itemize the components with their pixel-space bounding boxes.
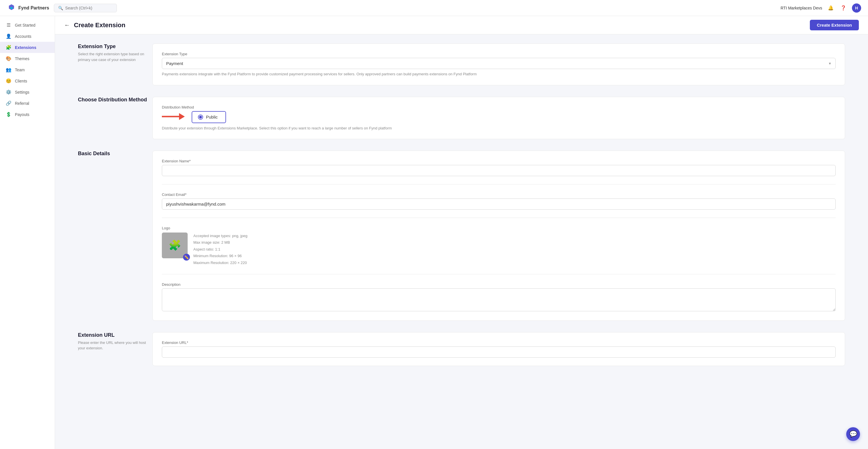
sidebar-item-accounts[interactable]: 👤 Accounts — [0, 31, 55, 42]
team-icon: 👥 — [6, 67, 11, 72]
logo-text: Fynd Partners — [18, 5, 49, 10]
sidebar-item-label: Settings — [15, 90, 30, 95]
extension-type-helper-text: Payments extensions integrate with the F… — [162, 71, 836, 77]
themes-icon: 🎨 — [6, 56, 11, 61]
extension-url-input[interactable] — [162, 347, 836, 358]
main-layout: ☰ Get Started 👤 Accounts 🧩 Extensions 🎨 … — [0, 16, 868, 449]
notification-icon[interactable]: 🔔 — [827, 4, 835, 12]
get-started-icon: ☰ — [6, 22, 11, 28]
red-arrow-indicator — [162, 111, 185, 123]
distribution-content: Distribution Method — [152, 97, 845, 139]
description-label: Description — [162, 282, 836, 287]
extension-url-description: Please enter the URL where you will host… — [78, 340, 152, 351]
logo-info-line2: Max image size: 2 MB — [193, 239, 248, 246]
accounts-icon: 👤 — [6, 33, 11, 39]
create-extension-button[interactable]: Create Extension — [810, 20, 859, 30]
public-radio-circle — [198, 115, 203, 120]
extension-name-input[interactable] — [162, 165, 836, 176]
extension-url-section: Extension URL Please enter the URL where… — [78, 332, 845, 366]
distribution-section: Choose Distribution Method Distribution … — [78, 97, 845, 139]
distribution-label: Choose Distribution Method — [78, 97, 152, 139]
topnav-left: Fynd Partners 🔍 — [7, 3, 117, 12]
field-divider-2 — [162, 218, 836, 218]
extension-type-label: Extension Type Select the right extensio… — [78, 43, 152, 85]
search-icon: 🔍 — [58, 6, 63, 10]
org-name: RTI Marketplaces Devs — [781, 6, 822, 10]
distribution-helper-text: Distribute your extension through Extens… — [162, 125, 836, 131]
sidebar-item-extensions[interactable]: 🧩 Extensions — [0, 42, 55, 53]
page-title: Create Extension — [74, 22, 125, 29]
extension-url-content: Extension URL* — [152, 332, 845, 366]
sidebar-item-label: Team — [15, 68, 25, 72]
public-radio-label: Public — [206, 115, 218, 120]
sidebar-item-payouts[interactable]: 💲 Payouts — [0, 109, 55, 120]
logo[interactable]: Fynd Partners — [7, 3, 49, 12]
sidebar-item-label: Referral — [15, 101, 29, 106]
sidebar-item-team[interactable]: 👥 Team — [0, 64, 55, 75]
distribution-heading: Choose Distribution Method — [78, 97, 152, 103]
sidebar-item-clients[interactable]: 😊 Clients — [0, 75, 55, 87]
extension-type-content: Extension Type Payment Logistics Marketi… — [152, 43, 845, 85]
back-button[interactable]: ← — [64, 22, 70, 28]
logo-info: Accepted image types: png, jpeg Max imag… — [193, 232, 248, 266]
distribution-row: Public — [162, 111, 836, 123]
extension-type-select[interactable]: Payment Logistics Marketing Analytics Ot… — [162, 58, 836, 69]
sidebar-item-label: Clients — [15, 79, 27, 83]
payouts-icon: 💲 — [6, 112, 11, 117]
extension-type-field-label: Extension Type — [162, 52, 836, 56]
basic-details-heading: Basic Details — [78, 151, 152, 157]
chat-support-button[interactable]: 💬 — [846, 427, 860, 441]
extension-type-select-wrapper: Payment Logistics Marketing Analytics Ot… — [162, 58, 836, 69]
extension-url-label: Extension URL Please enter the URL where… — [78, 332, 152, 366]
help-icon[interactable]: ❓ — [839, 4, 847, 12]
avatar[interactable]: H — [852, 3, 861, 12]
logo-upload-row: 🧩 ✏️ Accepted image types: png, jpeg Max… — [162, 232, 836, 266]
extension-url-field-label: Extension URL* — [162, 341, 836, 345]
logo-info-line4: Minimum Resolution: 96 × 96 — [193, 253, 248, 259]
sidebar-item-label: Themes — [15, 56, 30, 61]
sidebar-item-label: Accounts — [15, 34, 32, 39]
logo-info-line1: Accepted image types: png, jpeg — [193, 232, 248, 239]
contact-email-label: Contact Email* — [162, 192, 836, 197]
search-input[interactable] — [65, 6, 111, 10]
logo-info-line5: Maximum Resolution: 220 × 220 — [193, 259, 248, 266]
top-navigation: Fynd Partners 🔍 RTI Marketplaces Devs 🔔 … — [0, 0, 868, 16]
extension-type-description: Select the right extension type based on… — [78, 51, 152, 62]
sidebar: ☰ Get Started 👤 Accounts 🧩 Extensions 🎨 … — [0, 16, 55, 449]
extensions-icon: 🧩 — [6, 45, 11, 50]
logo-puzzle-icon: 🧩 — [168, 239, 181, 251]
extension-name-label: Extension Name* — [162, 159, 836, 163]
logo-edit-button[interactable]: ✏️ — [183, 254, 190, 261]
sidebar-item-label: Get Started — [15, 23, 35, 28]
contact-email-input[interactable] — [162, 198, 836, 210]
extension-url-heading: Extension URL — [78, 332, 152, 338]
fynd-logo-icon — [7, 3, 16, 12]
extension-type-section: Extension Type Select the right extensio… — [78, 43, 845, 85]
topnav-right: RTI Marketplaces Devs 🔔 ❓ H — [781, 3, 861, 12]
distribution-field-label: Distribution Method — [162, 105, 836, 109]
extension-type-heading: Extension Type — [78, 43, 152, 50]
sidebar-item-get-started[interactable]: ☰ Get Started — [0, 20, 55, 31]
sidebar-item-referral[interactable]: 🔗 Referral — [0, 98, 55, 109]
sidebar-item-label: Payouts — [15, 112, 30, 117]
sidebar-item-themes[interactable]: 🎨 Themes — [0, 53, 55, 64]
basic-details-content: Extension Name* Contact Email* Logo 🧩 ✏️ — [152, 151, 845, 321]
description-textarea[interactable] — [162, 288, 836, 311]
referral-icon: 🔗 — [6, 100, 11, 106]
search-bar[interactable]: 🔍 — [54, 4, 117, 12]
basic-details-section: Basic Details Extension Name* Contact Em… — [78, 151, 845, 321]
public-radio-option[interactable]: Public — [192, 111, 226, 123]
clients-icon: 😊 — [6, 78, 11, 84]
page-header-left: ← Create Extension — [64, 22, 125, 29]
sidebar-item-settings[interactable]: ⚙️ Settings — [0, 87, 55, 98]
logo-preview[interactable]: 🧩 ✏️ — [162, 232, 188, 258]
basic-details-label: Basic Details — [78, 151, 152, 321]
svg-marker-4 — [179, 113, 185, 120]
content-area: Extension Type Select the right extensio… — [55, 34, 868, 394]
logo-info-line3: Aspect ratio: 1:1 — [193, 246, 248, 253]
logo-label: Logo — [162, 226, 836, 230]
page-header: ← Create Extension Create Extension — [55, 16, 868, 34]
settings-icon: ⚙️ — [6, 89, 11, 95]
main-content: ← Create Extension Create Extension Exte… — [55, 16, 868, 449]
sidebar-item-label: Extensions — [15, 45, 36, 50]
